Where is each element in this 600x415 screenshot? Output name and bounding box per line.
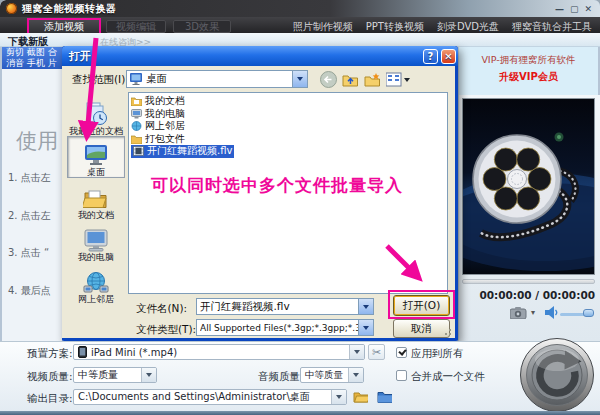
- file-row-my-computer[interactable]: 我的电脑: [131, 108, 447, 121]
- look-in-label: 查找范围(I):: [72, 73, 129, 87]
- maximize-icon[interactable]: ▢: [570, 4, 579, 14]
- video-edit-button[interactable]: 视频编辑: [106, 20, 166, 33]
- video-quality-value: 中等质量: [78, 368, 118, 382]
- app-window: 狸窝全能视频转换器 — ▢ ✕ 添加视频 视频编辑 3D效果 照片制作视频 PP…: [0, 0, 600, 415]
- preset-edit-tools-icon[interactable]: ✂: [368, 344, 385, 360]
- left-menu-row2[interactable]: 消音 手机 片: [6, 58, 64, 69]
- up-folder-icon[interactable]: [342, 72, 359, 87]
- usage-step-3: 3. 点击 “: [8, 246, 49, 260]
- usage-heading: 使用: [16, 127, 58, 155]
- dialog-nav-icons: [320, 71, 410, 88]
- chevron-down-icon: [354, 350, 360, 354]
- file-label-selected: 开门红舞蹈视频.flv: [147, 144, 232, 158]
- usage-step-4: 4. 最后点: [8, 284, 51, 298]
- dialog-close-icon[interactable]: ✕: [441, 49, 456, 64]
- file-type-label: 文件类型(T):: [136, 323, 196, 337]
- file-row-my-documents[interactable]: 我的文档: [131, 95, 447, 108]
- chevron-down-icon: [336, 395, 342, 399]
- file-type-dropdown-button[interactable]: [358, 320, 373, 335]
- browse-folder-button[interactable]: [376, 388, 393, 404]
- 3d-effect-button[interactable]: 3D效果: [173, 20, 231, 33]
- dialog-title-bar[interactable]: 打开 ? ✕: [62, 46, 458, 66]
- vip-upgrade-link[interactable]: 升级VIP会员: [459, 70, 598, 84]
- file-row-package-folder[interactable]: 打包文件: [131, 133, 447, 146]
- audio-quality-value: 中等质量: [305, 369, 343, 382]
- annotation-highlight-open-button: [388, 290, 455, 319]
- apply-all-checkbox[interactable]: [396, 347, 407, 358]
- audio-quality-label: 音频质量:: [258, 370, 304, 384]
- cancel-button[interactable]: 取消: [393, 319, 450, 338]
- place-recent-documents[interactable]: 我最近的文档: [67, 94, 125, 136]
- places-bar: 我最近的文档 桌面: [67, 94, 127, 304]
- usage-step-1: 1. 点击左: [8, 171, 51, 185]
- usage-step-2: 2. 点击左: [8, 209, 51, 223]
- title-bar: 狸窝全能视频转换器 — ▢ ✕: [0, 0, 600, 17]
- menu-photo-to-video[interactable]: 照片制作视频: [293, 20, 353, 34]
- ipad-device-icon: [78, 346, 87, 358]
- window-controls: — ▢ ✕: [555, 4, 592, 14]
- place-desktop[interactable]: 桌面: [67, 136, 125, 178]
- left-menu-row1[interactable]: 剪切 截图 合: [6, 47, 64, 58]
- preset-combo[interactable]: iPad Mini (*.mp4): [73, 344, 365, 360]
- audio-quality-dropdown-button[interactable]: [348, 368, 363, 382]
- volume-slider-handle[interactable]: [583, 309, 594, 317]
- output-dir-dropdown-button[interactable]: [331, 390, 346, 404]
- audio-quality-combo[interactable]: 中等质量: [300, 367, 364, 383]
- volume-icon[interactable]: [545, 306, 558, 319]
- open-folder-icon: [353, 390, 368, 403]
- look-in-combo[interactable]: 桌面: [126, 70, 308, 88]
- output-dir-label: 输出目录:: [27, 392, 73, 406]
- menu-burn-dvd[interactable]: 刻录DVD光盘: [437, 20, 499, 34]
- minimize-icon[interactable]: —: [555, 4, 564, 14]
- place-my-computer[interactable]: 我的电脑: [67, 220, 125, 262]
- window-bottom-edge: [0, 411, 600, 415]
- chevron-down-icon: [353, 373, 359, 377]
- output-dir-value: C:\Documents and Settings\Administrator\…: [78, 390, 310, 404]
- file-row-selected-video[interactable]: 开门红舞蹈视频.flv: [131, 145, 234, 158]
- snapshot-dropdown-icon[interactable]: ▾: [531, 308, 535, 317]
- window-title: 狸窝全能视频转换器: [22, 2, 117, 16]
- recent-documents-icon: [84, 102, 108, 126]
- close-icon[interactable]: ✕: [584, 4, 592, 14]
- file-row-network[interactable]: 网上邻居: [131, 120, 447, 133]
- place-label: 我的文档: [78, 210, 114, 220]
- blue-folder-icon: [377, 390, 392, 403]
- place-network[interactable]: 网上邻居: [67, 262, 125, 304]
- convert-button[interactable]: [518, 337, 596, 413]
- look-in-dropdown-button[interactable]: [292, 71, 307, 87]
- video-quality-dropdown-button[interactable]: [141, 368, 156, 382]
- menu-ppt-to-video[interactable]: PPT转换视频: [366, 20, 424, 34]
- place-label: 网上邻居: [78, 294, 114, 304]
- file-type-combo[interactable]: All Supported Files(*.3gp;*.3gpp;*.3g: [196, 319, 374, 336]
- vip-panel: VIP-拥有狸窝所有软件 升级VIP会员: [458, 47, 598, 95]
- place-my-documents[interactable]: 我的文档: [67, 178, 125, 220]
- apply-all-label[interactable]: 应用到所有: [411, 347, 464, 361]
- new-folder-icon[interactable]: [364, 72, 381, 87]
- file-name-combo[interactable]: 开门红舞蹈视频.flv: [196, 298, 374, 315]
- my-documents-icon: [83, 188, 109, 210]
- left-feature-menu[interactable]: 剪切 截图 合 消音 手机 片: [2, 47, 64, 69]
- look-in-value: 桌面: [146, 72, 292, 86]
- desktop-icon: [83, 144, 109, 167]
- video-quality-combo[interactable]: 中等质量: [73, 367, 157, 383]
- app-logo-icon: [6, 3, 17, 14]
- output-dir-field[interactable]: C:\Documents and Settings\Administrator\…: [73, 389, 347, 405]
- merge-one-file-checkbox[interactable]: [396, 370, 407, 381]
- file-name-dropdown-button[interactable]: [358, 299, 373, 314]
- open-output-folder-button[interactable]: [352, 388, 369, 404]
- preset-dropdown-button[interactable]: [349, 345, 364, 359]
- back-icon[interactable]: [320, 71, 337, 88]
- playback-progress-bar[interactable]: [462, 279, 595, 284]
- merge-one-file-label[interactable]: 合并成一个文件: [411, 370, 485, 384]
- dialog-help-icon[interactable]: ?: [423, 49, 438, 64]
- chevron-down-icon: [363, 326, 369, 330]
- menu-audio-merge-tool[interactable]: 狸窝音轨合并工具: [512, 20, 592, 34]
- dialog-resize-grip[interactable]: [443, 329, 451, 337]
- video-quality-label: 视频质量:: [27, 370, 73, 384]
- preset-value: iPad Mini (*.mp4): [91, 347, 177, 358]
- playback-time: 00:00:00 / 00:00:00: [462, 289, 595, 301]
- vip-line1[interactable]: VIP-拥有狸窝所有软件: [459, 54, 598, 67]
- snapshot-camera-icon[interactable]: [510, 307, 527, 319]
- views-menu-icon[interactable]: [386, 72, 410, 87]
- preset-label: 预置方案:: [27, 347, 73, 361]
